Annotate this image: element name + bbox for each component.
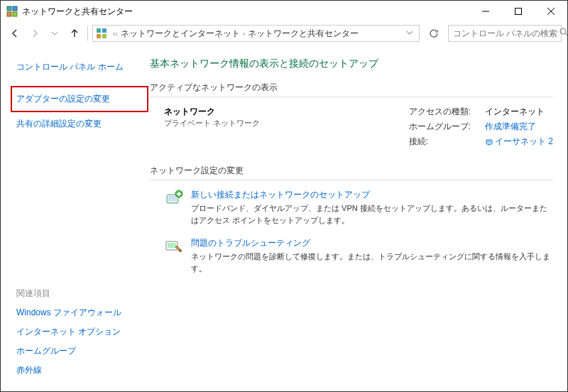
- app-icon: [6, 6, 18, 17]
- related-title: 関連項目: [16, 284, 143, 303]
- svg-rect-11: [102, 34, 106, 38]
- nav-back-button[interactable]: [6, 25, 23, 42]
- page-heading: 基本ネットワーク情報の表示と接続のセットアップ: [150, 58, 553, 70]
- svg-rect-3: [13, 12, 17, 16]
- homegroup-label: ホームグループ:: [409, 121, 471, 133]
- setup-connection-link[interactable]: 新しい接続またはネットワークのセットアップ: [191, 190, 370, 200]
- sidebar-link-internet-options[interactable]: インターネット オプション: [16, 322, 143, 342]
- sidebar: コントロール パネル ホーム アダプターの設定の変更 共有の詳細設定の変更 関連…: [1, 45, 143, 392]
- close-button[interactable]: [535, 1, 567, 22]
- breadcrumb-item-2[interactable]: ネットワークと共有センター: [248, 28, 359, 40]
- troubleshoot-item: 問題のトラブルシューティング ネットワークの問題を診断して修復します。または、ト…: [150, 237, 553, 274]
- bc-chevron[interactable]: ›: [243, 30, 245, 38]
- main-panel: 基本ネットワーク情報の表示と接続のセットアップ アクティブなネットワークの表示 …: [143, 45, 567, 392]
- bc-chevron[interactable]: ‹‹: [113, 30, 118, 38]
- refresh-button[interactable]: [425, 25, 442, 42]
- network-details: アクセスの種類: インターネット ホームグループ: 作成準備完了 接続: イーサ…: [409, 106, 553, 148]
- svg-rect-2: [7, 12, 11, 16]
- search-icon[interactable]: [559, 28, 568, 39]
- title-bar: ネットワークと共有センター: [1, 1, 567, 22]
- troubleshoot-desc: ネットワークの問題を診断して修復します。または、トラブルシューティングに関する情…: [191, 251, 553, 274]
- active-network-block: ネットワーク プライベート ネットワーク アクセスの種類: インターネット ホー…: [150, 106, 553, 148]
- svg-rect-10: [97, 34, 101, 38]
- svg-rect-1: [13, 6, 17, 11]
- setup-connection-icon: [164, 189, 184, 209]
- svg-rect-23: [168, 243, 176, 248]
- network-type: プライベート ネットワーク: [164, 118, 409, 129]
- nav-bar: ‹‹ ネットワークとインターネット › ネットワークと共有センター: [1, 22, 567, 45]
- sidebar-link-homegroup[interactable]: ホームグループ: [16, 342, 143, 361]
- active-network-title: アクティブなネットワークの表示: [150, 82, 553, 97]
- setup-connection-desc: ブロードバンド、ダイヤルアップ、または VPN 接続をセットアップします。あるい…: [191, 202, 553, 226]
- svg-point-12: [560, 28, 566, 34]
- sidebar-link-home[interactable]: コントロール パネル ホーム: [16, 58, 143, 77]
- nav-separator: [87, 26, 88, 40]
- network-name: ネットワーク: [164, 106, 409, 118]
- svg-rect-15: [487, 141, 491, 143]
- access-type-label: アクセスの種類:: [409, 106, 471, 118]
- sidebar-link-infrared[interactable]: 赤外線: [16, 361, 143, 380]
- nav-up-button[interactable]: [66, 25, 83, 42]
- search-input[interactable]: [453, 28, 559, 38]
- nav-recent-button[interactable]: [46, 25, 63, 42]
- breadcrumb-dropdown[interactable]: [403, 28, 416, 38]
- network-info: ネットワーク プライベート ネットワーク: [164, 106, 409, 148]
- svg-rect-9: [102, 28, 106, 33]
- connection-label: 接続:: [409, 136, 471, 148]
- search-box[interactable]: [448, 25, 562, 42]
- svg-rect-5: [515, 9, 522, 15]
- nav-forward-button[interactable]: [26, 25, 43, 42]
- window-controls: [469, 1, 567, 22]
- content-area: コントロール パネル ホーム アダプターの設定の変更 共有の詳細設定の変更 関連…: [1, 45, 567, 392]
- svg-rect-0: [7, 6, 11, 11]
- sidebar-link-firewall[interactable]: Windows ファイアウォール: [16, 303, 143, 322]
- breadcrumb-icon: [96, 28, 107, 39]
- window-title: ネットワークと共有センター: [22, 6, 469, 18]
- maximize-button[interactable]: [502, 1, 535, 22]
- minimize-button[interactable]: [469, 1, 502, 22]
- setup-connection-item: 新しい接続またはネットワークのセットアップ ブロードバンド、ダイヤルアップ、また…: [150, 189, 553, 226]
- connection-link[interactable]: イーサネット 2: [485, 136, 553, 148]
- access-type-value: インターネット: [485, 106, 553, 118]
- svg-point-24: [179, 249, 182, 252]
- network-settings-title: ネットワーク設定の変更: [150, 165, 553, 180]
- troubleshoot-icon: [164, 237, 184, 257]
- svg-line-13: [565, 33, 568, 36]
- breadcrumb-item-1[interactable]: ネットワークとインターネット: [121, 28, 240, 40]
- sidebar-related: 関連項目 Windows ファイアウォール インターネット オプション ホームグ…: [16, 284, 143, 380]
- sidebar-link-adapter-settings[interactable]: アダプターの設定の変更: [16, 89, 143, 109]
- svg-rect-8: [97, 28, 101, 33]
- breadcrumb[interactable]: ‹‹ ネットワークとインターネット › ネットワークと共有センター: [92, 25, 420, 42]
- ethernet-icon: [485, 138, 493, 146]
- homegroup-link[interactable]: 作成準備完了: [485, 121, 553, 133]
- troubleshoot-link[interactable]: 問題のトラブルシューティング: [191, 238, 310, 248]
- sidebar-link-sharing-settings[interactable]: 共有の詳細設定の変更: [16, 114, 143, 134]
- svg-rect-18: [168, 196, 177, 201]
